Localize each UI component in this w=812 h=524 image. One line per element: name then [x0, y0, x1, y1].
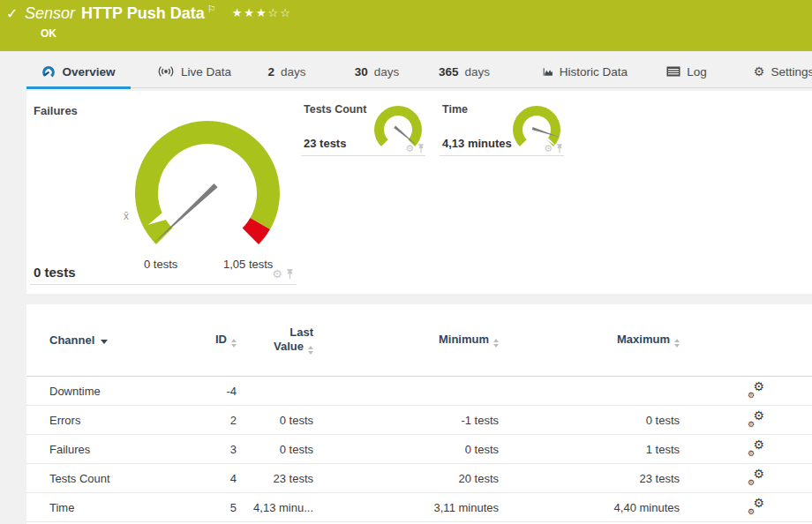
status-ok-check-icon: ✓: [6, 5, 18, 22]
tab-historic-data-label: Historic Data: [560, 65, 628, 79]
sensor-title: SensorHTTP Push Data⚐★★★☆☆: [25, 4, 292, 23]
channel-maximum: 0 tests: [499, 414, 680, 427]
channel-name: Downtime: [49, 385, 191, 398]
priority-stars[interactable]: ★★★☆☆: [232, 6, 292, 19]
channel-maximum: 4,40 minutes: [499, 501, 680, 514]
channel-name: Failures: [49, 443, 191, 456]
tab-2-days[interactable]: 2 days: [260, 55, 313, 88]
tab-30-days-number: 30: [355, 65, 368, 79]
channel-last-value: 4,13 minu...: [237, 501, 313, 514]
tab-30-days[interactable]: 30 days: [350, 55, 403, 88]
column-header-last-value[interactable]: Last Value: [237, 326, 313, 355]
gauge-value-time: 4,13 minutes: [442, 137, 512, 150]
channel-name: Tests Count: [49, 472, 191, 485]
failures-gauge: [115, 109, 291, 256]
gauge-value-failures: 0 tests: [34, 265, 76, 280]
tab-2-days-word: days: [281, 65, 306, 79]
gauge-icon: [41, 65, 56, 79]
channel-minimum: 3,11 minutes: [313, 501, 499, 514]
table-row-tests-count: Tests Count 4 23 tests 20 tests 23 tests…: [26, 464, 812, 493]
channel-name: Time: [49, 501, 191, 514]
tab-30-days-word: days: [374, 65, 400, 79]
tab-live-data[interactable]: Live Data: [154, 55, 234, 88]
tab-overview-label: Overview: [62, 65, 115, 79]
column-header-maximum-label: Maximum: [617, 333, 670, 346]
tab-365-days[interactable]: 365 days: [438, 55, 491, 88]
sort-icon: [674, 339, 680, 348]
average-marker-label: x̄: [124, 210, 129, 222]
tab-log[interactable]: Log: [660, 55, 713, 88]
gauge-gear-icon[interactable]: ⚙: [272, 267, 282, 281]
channel-minimum: -1 tests: [313, 414, 499, 427]
tab-2-days-number: 2: [267, 65, 274, 79]
gauge-title-tests-count: Tests Count: [304, 103, 366, 116]
settings-gear-icon: ⚙: [754, 64, 765, 79]
gauge-gear-icon[interactable]: ⚙: [544, 143, 553, 154]
channel-settings-icon[interactable]: ⚙⚙: [747, 442, 764, 456]
channel-table-panel: Channel ID Last Value Minimum Maximum Do…: [26, 304, 812, 524]
column-header-channel[interactable]: Channel: [49, 333, 191, 347]
column-header-id-label: ID: [215, 333, 227, 346]
channel-minimum: 20 tests: [313, 472, 499, 485]
gauge-scale-min: 0 tests: [144, 258, 177, 271]
historic-chart-icon: [543, 66, 553, 78]
tab-365-days-number: 365: [439, 65, 459, 79]
gauge-card-time: Time 4,13 minutes ⚙: [440, 99, 564, 156]
channel-id: -4: [191, 385, 237, 398]
table-row-downtime: Downtime -4 ⚙⚙: [26, 377, 812, 406]
table-row-errors: Errors 2 0 tests -1 tests 0 tests ⚙⚙: [26, 406, 812, 435]
tab-bar: Overview Live Data 2 days 30 days 365 da…: [26, 55, 812, 88]
gauge-title-failures: Failures: [34, 104, 78, 117]
channel-settings-icon[interactable]: ⚙⚙: [747, 471, 764, 485]
sensor-name: HTTP Push Data: [81, 4, 205, 22]
gauge-gear-icon[interactable]: ⚙: [405, 143, 414, 154]
broadcast-icon: [157, 65, 175, 78]
gauge-title-time: Time: [442, 103, 468, 116]
tab-settings[interactable]: ⚙ Settings: [753, 55, 812, 88]
tab-overview[interactable]: Overview: [26, 55, 131, 88]
column-header-last-label: Last: [237, 326, 313, 340]
flag-icon[interactable]: ⚐: [207, 4, 216, 14]
sensor-status-text: OK: [41, 27, 56, 40]
tab-log-label: Log: [687, 65, 707, 79]
channel-last-value: 0 tests: [237, 443, 313, 456]
column-header-channel-label: Channel: [49, 333, 94, 347]
column-header-value-label: Value: [274, 340, 304, 353]
log-list-icon: [666, 66, 680, 77]
column-header-minimum-label: Minimum: [439, 333, 489, 346]
channel-id: 2: [191, 414, 237, 427]
gauge-card-failures: Failures x̄ 0 tests 1,05 tests 0 tests ⚙: [30, 97, 297, 285]
sensor-header-bar: ✓ SensorHTTP Push Data⚐★★★☆☆ OK: [0, 0, 812, 51]
table-row-failures: Failures 3 0 tests 0 tests 1 tests ⚙⚙: [26, 435, 812, 464]
gauge-pin-icon[interactable]: [556, 144, 563, 153]
channel-settings-icon[interactable]: ⚙⚙: [747, 384, 764, 398]
tab-365-days-word: days: [465, 65, 491, 79]
channel-id: 3: [191, 443, 237, 456]
channel-table-header: Channel ID Last Value Minimum Maximum: [26, 304, 812, 377]
channel-id: 4: [191, 472, 237, 485]
tab-historic-data[interactable]: Historic Data: [543, 55, 628, 88]
sort-desc-icon: [101, 340, 108, 344]
channel-last-value: 23 tests: [237, 472, 313, 485]
gauge-scale-max: 1,05 tests: [223, 258, 273, 271]
channel-maximum: 1 tests: [499, 443, 680, 456]
gauge-pin-icon[interactable]: [286, 269, 294, 280]
column-header-minimum[interactable]: Minimum: [313, 333, 499, 348]
channel-settings-icon[interactable]: ⚙⚙: [747, 413, 764, 427]
gauge-value-tests-count: 23 tests: [304, 137, 346, 150]
tab-live-data-label: Live Data: [181, 65, 231, 79]
column-header-id[interactable]: ID: [191, 333, 237, 348]
table-row-time: Time 5 4,13 minu... 3,11 minutes 4,40 mi…: [26, 493, 812, 522]
channel-last-value: 0 tests: [237, 414, 313, 427]
gauges-panel: Failures x̄ 0 tests 1,05 tests 0 tests ⚙…: [26, 91, 812, 294]
channel-minimum: 0 tests: [313, 443, 499, 456]
gauge-tools-failures: ⚙: [272, 267, 294, 281]
channel-settings-icon[interactable]: ⚙⚙: [747, 500, 764, 514]
object-kind-label: Sensor: [25, 4, 75, 22]
column-header-maximum[interactable]: Maximum: [499, 333, 680, 348]
gauge-pin-icon[interactable]: [417, 144, 425, 153]
channel-id: 5: [191, 501, 237, 514]
gauge-tools-time: ⚙: [544, 143, 563, 154]
channel-maximum: 23 tests: [499, 472, 680, 485]
gauge-tools-tests-count: ⚙: [405, 143, 425, 154]
